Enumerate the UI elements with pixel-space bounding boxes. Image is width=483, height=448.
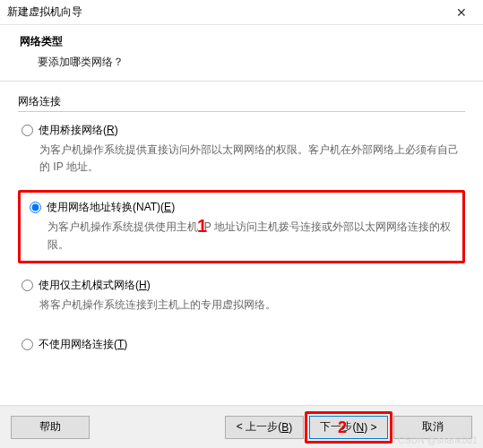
radio-nat[interactable] bbox=[30, 202, 41, 213]
close-button[interactable]: ✕ bbox=[447, 4, 476, 22]
option-bridged-desc: 为客户机操作系统提供直接访问外部以太网网络的权限。客户机在外部网络上必须有自己的… bbox=[39, 142, 461, 176]
option-hostonly-label: 使用仅主机模式网络(H) bbox=[39, 278, 151, 293]
radio-bridged[interactable] bbox=[22, 125, 33, 136]
divider bbox=[18, 111, 465, 112]
help-button[interactable]: 帮助 bbox=[11, 416, 90, 439]
radio-hostonly[interactable] bbox=[22, 280, 33, 291]
cancel-button[interactable]: 取消 bbox=[393, 416, 472, 439]
close-icon: ✕ bbox=[456, 5, 467, 20]
option-hostonly-desc: 将客户机操作系统连接到主机上的专用虚拟网络。 bbox=[39, 297, 461, 314]
option-nat: 使用网络地址转换(NAT)(E) 为客户机操作系统提供使用主机 IP 地址访问主… bbox=[26, 198, 457, 254]
option-nat-desc: 为客户机操作系统提供使用主机 IP 地址访问主机拨号连接或外部以太网网络连接的权… bbox=[47, 219, 453, 253]
wizard-footer: 帮助 < 上一步(B) 下一步(N) > 取消 bbox=[0, 405, 483, 448]
wizard-header: 网络类型 要添加哪类网络？ bbox=[0, 25, 483, 82]
option-bridged: 使用桥接网络(R) 为客户机操作系统提供直接访问外部以太网网络的权限。客户机在外… bbox=[18, 121, 465, 177]
option-none: 不使用网络连接(T) bbox=[18, 335, 465, 354]
back-button[interactable]: < 上一步(B) bbox=[225, 416, 304, 439]
option-bridged-label: 使用桥接网络(R) bbox=[39, 123, 118, 138]
wizard-window: 新建虚拟机向导 ✕ 网络类型 要添加哪类网络？ 网络连接 使用桥接网络(R) 为… bbox=[0, 0, 483, 448]
section-label: 网络连接 bbox=[18, 94, 465, 109]
option-nat-row[interactable]: 使用网络地址转换(NAT)(E) bbox=[30, 200, 453, 215]
radio-none[interactable] bbox=[22, 339, 33, 350]
option-none-row[interactable]: 不使用网络连接(T) bbox=[22, 337, 461, 352]
option-nat-label: 使用网络地址转换(NAT)(E) bbox=[47, 200, 175, 215]
title-bar: 新建虚拟机向导 ✕ bbox=[0, 0, 483, 25]
next-button[interactable]: 下一步(N) > bbox=[309, 416, 388, 439]
annotation-highlight-1: 使用网络地址转换(NAT)(E) 为客户机操作系统提供使用主机 IP 地址访问主… bbox=[18, 190, 465, 263]
option-hostonly: 使用仅主机模式网络(H) 将客户机操作系统连接到主机上的专用虚拟网络。 bbox=[18, 276, 465, 315]
option-bridged-row[interactable]: 使用桥接网络(R) bbox=[22, 123, 461, 138]
wizard-body: 网络连接 使用桥接网络(R) 为客户机操作系统提供直接访问外部以太网网络的权限。… bbox=[0, 82, 483, 405]
option-hostonly-row[interactable]: 使用仅主机模式网络(H) bbox=[22, 278, 461, 293]
option-none-label: 不使用网络连接(T) bbox=[39, 337, 127, 352]
window-title: 新建虚拟机向导 bbox=[7, 4, 447, 20]
header-subtitle: 要添加哪类网络？ bbox=[38, 55, 463, 70]
header-title: 网络类型 bbox=[20, 34, 463, 49]
